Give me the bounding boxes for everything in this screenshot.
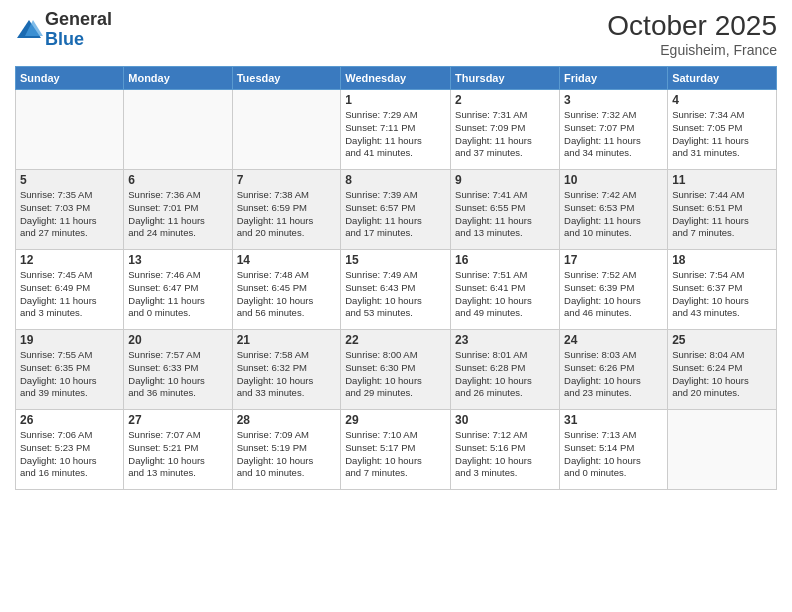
- calendar-cell: 5Sunrise: 7:35 AM Sunset: 7:03 PM Daylig…: [16, 170, 124, 250]
- calendar-cell: 8Sunrise: 7:39 AM Sunset: 6:57 PM Daylig…: [341, 170, 451, 250]
- day-number: 27: [128, 413, 227, 427]
- col-friday: Friday: [560, 67, 668, 90]
- day-number: 4: [672, 93, 772, 107]
- day-number: 30: [455, 413, 555, 427]
- calendar-cell: 18Sunrise: 7:54 AM Sunset: 6:37 PM Dayli…: [668, 250, 777, 330]
- calendar-cell: 19Sunrise: 7:55 AM Sunset: 6:35 PM Dayli…: [16, 330, 124, 410]
- day-number: 1: [345, 93, 446, 107]
- day-number: 6: [128, 173, 227, 187]
- day-info: Sunrise: 7:09 AM Sunset: 5:19 PM Dayligh…: [237, 429, 337, 480]
- calendar-cell: 25Sunrise: 8:04 AM Sunset: 6:24 PM Dayli…: [668, 330, 777, 410]
- calendar-cell: 6Sunrise: 7:36 AM Sunset: 7:01 PM Daylig…: [124, 170, 232, 250]
- day-number: 17: [564, 253, 663, 267]
- day-info: Sunrise: 7:51 AM Sunset: 6:41 PM Dayligh…: [455, 269, 555, 320]
- calendar-cell: 30Sunrise: 7:12 AM Sunset: 5:16 PM Dayli…: [451, 410, 560, 490]
- calendar-week-row: 12Sunrise: 7:45 AM Sunset: 6:49 PM Dayli…: [16, 250, 777, 330]
- logo-blue-text: Blue: [45, 29, 84, 49]
- calendar-cell: 24Sunrise: 8:03 AM Sunset: 6:26 PM Dayli…: [560, 330, 668, 410]
- day-info: Sunrise: 7:12 AM Sunset: 5:16 PM Dayligh…: [455, 429, 555, 480]
- day-number: 15: [345, 253, 446, 267]
- col-wednesday: Wednesday: [341, 67, 451, 90]
- calendar-cell: 10Sunrise: 7:42 AM Sunset: 6:53 PM Dayli…: [560, 170, 668, 250]
- logo: General Blue: [15, 10, 112, 50]
- calendar-cell: 9Sunrise: 7:41 AM Sunset: 6:55 PM Daylig…: [451, 170, 560, 250]
- calendar-cell: 29Sunrise: 7:10 AM Sunset: 5:17 PM Dayli…: [341, 410, 451, 490]
- day-number: 2: [455, 93, 555, 107]
- day-number: 20: [128, 333, 227, 347]
- logo-general-text: General: [45, 9, 112, 29]
- day-info: Sunrise: 7:31 AM Sunset: 7:09 PM Dayligh…: [455, 109, 555, 160]
- day-info: Sunrise: 7:48 AM Sunset: 6:45 PM Dayligh…: [237, 269, 337, 320]
- calendar-cell: 23Sunrise: 8:01 AM Sunset: 6:28 PM Dayli…: [451, 330, 560, 410]
- calendar-week-row: 26Sunrise: 7:06 AM Sunset: 5:23 PM Dayli…: [16, 410, 777, 490]
- day-info: Sunrise: 7:55 AM Sunset: 6:35 PM Dayligh…: [20, 349, 119, 400]
- calendar-cell: [124, 90, 232, 170]
- calendar-cell: 2Sunrise: 7:31 AM Sunset: 7:09 PM Daylig…: [451, 90, 560, 170]
- calendar-header: Sunday Monday Tuesday Wednesday Thursday…: [16, 67, 777, 90]
- calendar-cell: 3Sunrise: 7:32 AM Sunset: 7:07 PM Daylig…: [560, 90, 668, 170]
- day-number: 23: [455, 333, 555, 347]
- day-number: 16: [455, 253, 555, 267]
- day-info: Sunrise: 8:04 AM Sunset: 6:24 PM Dayligh…: [672, 349, 772, 400]
- day-info: Sunrise: 7:34 AM Sunset: 7:05 PM Dayligh…: [672, 109, 772, 160]
- month-title: October 2025: [607, 10, 777, 42]
- day-number: 14: [237, 253, 337, 267]
- col-saturday: Saturday: [668, 67, 777, 90]
- page: General Blue October 2025 Eguisheim, Fra…: [0, 0, 792, 612]
- day-number: 29: [345, 413, 446, 427]
- calendar-cell: 15Sunrise: 7:49 AM Sunset: 6:43 PM Dayli…: [341, 250, 451, 330]
- calendar-cell: [668, 410, 777, 490]
- calendar-cell: 26Sunrise: 7:06 AM Sunset: 5:23 PM Dayli…: [16, 410, 124, 490]
- logo-icon: [15, 16, 43, 44]
- day-info: Sunrise: 7:46 AM Sunset: 6:47 PM Dayligh…: [128, 269, 227, 320]
- day-info: Sunrise: 7:42 AM Sunset: 6:53 PM Dayligh…: [564, 189, 663, 240]
- calendar-week-row: 5Sunrise: 7:35 AM Sunset: 7:03 PM Daylig…: [16, 170, 777, 250]
- day-info: Sunrise: 8:00 AM Sunset: 6:30 PM Dayligh…: [345, 349, 446, 400]
- day-info: Sunrise: 7:57 AM Sunset: 6:33 PM Dayligh…: [128, 349, 227, 400]
- day-number: 25: [672, 333, 772, 347]
- day-number: 24: [564, 333, 663, 347]
- day-info: Sunrise: 7:52 AM Sunset: 6:39 PM Dayligh…: [564, 269, 663, 320]
- day-info: Sunrise: 7:29 AM Sunset: 7:11 PM Dayligh…: [345, 109, 446, 160]
- day-number: 26: [20, 413, 119, 427]
- header: General Blue October 2025 Eguisheim, Fra…: [15, 10, 777, 58]
- day-info: Sunrise: 7:41 AM Sunset: 6:55 PM Dayligh…: [455, 189, 555, 240]
- day-info: Sunrise: 7:45 AM Sunset: 6:49 PM Dayligh…: [20, 269, 119, 320]
- day-info: Sunrise: 7:54 AM Sunset: 6:37 PM Dayligh…: [672, 269, 772, 320]
- day-info: Sunrise: 8:03 AM Sunset: 6:26 PM Dayligh…: [564, 349, 663, 400]
- day-info: Sunrise: 7:07 AM Sunset: 5:21 PM Dayligh…: [128, 429, 227, 480]
- calendar-cell: 22Sunrise: 8:00 AM Sunset: 6:30 PM Dayli…: [341, 330, 451, 410]
- day-number: 21: [237, 333, 337, 347]
- calendar-body: 1Sunrise: 7:29 AM Sunset: 7:11 PM Daylig…: [16, 90, 777, 490]
- day-info: Sunrise: 7:39 AM Sunset: 6:57 PM Dayligh…: [345, 189, 446, 240]
- day-info: Sunrise: 7:36 AM Sunset: 7:01 PM Dayligh…: [128, 189, 227, 240]
- day-number: 9: [455, 173, 555, 187]
- day-info: Sunrise: 8:01 AM Sunset: 6:28 PM Dayligh…: [455, 349, 555, 400]
- calendar-cell: 1Sunrise: 7:29 AM Sunset: 7:11 PM Daylig…: [341, 90, 451, 170]
- day-info: Sunrise: 7:32 AM Sunset: 7:07 PM Dayligh…: [564, 109, 663, 160]
- calendar-cell: 16Sunrise: 7:51 AM Sunset: 6:41 PM Dayli…: [451, 250, 560, 330]
- location: Eguisheim, France: [607, 42, 777, 58]
- calendar-cell: 4Sunrise: 7:34 AM Sunset: 7:05 PM Daylig…: [668, 90, 777, 170]
- day-info: Sunrise: 7:44 AM Sunset: 6:51 PM Dayligh…: [672, 189, 772, 240]
- day-info: Sunrise: 7:38 AM Sunset: 6:59 PM Dayligh…: [237, 189, 337, 240]
- col-tuesday: Tuesday: [232, 67, 341, 90]
- day-number: 7: [237, 173, 337, 187]
- day-number: 22: [345, 333, 446, 347]
- day-number: 31: [564, 413, 663, 427]
- day-number: 13: [128, 253, 227, 267]
- calendar-cell: 17Sunrise: 7:52 AM Sunset: 6:39 PM Dayli…: [560, 250, 668, 330]
- col-sunday: Sunday: [16, 67, 124, 90]
- calendar-week-row: 1Sunrise: 7:29 AM Sunset: 7:11 PM Daylig…: [16, 90, 777, 170]
- calendar-cell: 31Sunrise: 7:13 AM Sunset: 5:14 PM Dayli…: [560, 410, 668, 490]
- calendar-cell: 27Sunrise: 7:07 AM Sunset: 5:21 PM Dayli…: [124, 410, 232, 490]
- day-number: 5: [20, 173, 119, 187]
- calendar-cell: 13Sunrise: 7:46 AM Sunset: 6:47 PM Dayli…: [124, 250, 232, 330]
- day-number: 12: [20, 253, 119, 267]
- day-number: 19: [20, 333, 119, 347]
- day-number: 10: [564, 173, 663, 187]
- title-block: October 2025 Eguisheim, France: [607, 10, 777, 58]
- calendar-cell: [232, 90, 341, 170]
- day-number: 28: [237, 413, 337, 427]
- calendar-cell: [16, 90, 124, 170]
